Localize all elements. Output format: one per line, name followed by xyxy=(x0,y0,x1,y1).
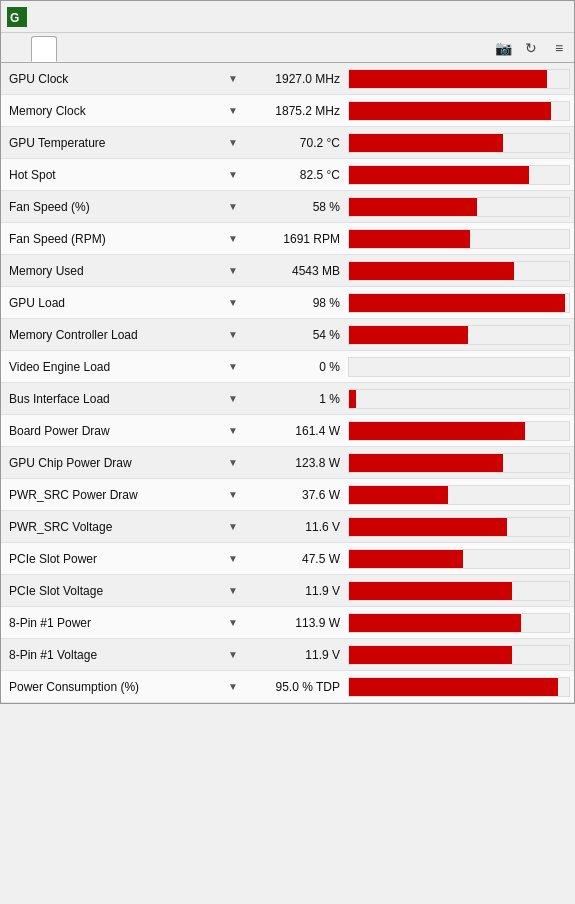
sensor-row: GPU Load ▼ 98 % xyxy=(1,287,574,319)
sensor-dropdown-15[interactable]: ▼ xyxy=(224,551,242,566)
sensor-bar-outer-3 xyxy=(348,165,570,185)
maximize-button[interactable] xyxy=(520,7,540,27)
tab-validation[interactable] xyxy=(83,36,109,62)
sensor-bar-container-9 xyxy=(346,351,574,382)
sensor-name-9: Video Engine Load ▼ xyxy=(1,359,246,374)
sensor-bar-container-14 xyxy=(346,511,574,542)
sensor-row: GPU Chip Power Draw ▼ 123.8 W xyxy=(1,447,574,479)
sensor-dropdown-7[interactable]: ▼ xyxy=(224,295,242,310)
sensor-bar-fill-6 xyxy=(349,262,514,280)
sensor-value-7: 98 % xyxy=(246,296,346,310)
sensor-row: Video Engine Load ▼ 0 % xyxy=(1,351,574,383)
sensor-row: Fan Speed (RPM) ▼ 1691 RPM xyxy=(1,223,574,255)
sensor-dropdown-3[interactable]: ▼ xyxy=(224,167,242,182)
sensor-bar-outer-8 xyxy=(348,325,570,345)
refresh-icon[interactable]: ↻ xyxy=(520,37,542,59)
close-button[interactable] xyxy=(548,7,568,27)
sensor-bar-outer-19 xyxy=(348,677,570,697)
minimize-button[interactable] xyxy=(492,7,512,27)
sensor-row: 8-Pin #1 Voltage ▼ 11.9 V xyxy=(1,639,574,671)
sensor-bar-outer-15 xyxy=(348,549,570,569)
sensor-row: PCIe Slot Voltage ▼ 11.9 V xyxy=(1,575,574,607)
sensor-dropdown-2[interactable]: ▼ xyxy=(224,135,242,150)
camera-icon[interactable]: 📷 xyxy=(492,37,514,59)
sensor-dropdown-19[interactable]: ▼ xyxy=(224,679,242,694)
tab-graphics-card[interactable] xyxy=(5,36,31,62)
sensor-bar-fill-19 xyxy=(349,678,558,696)
sensor-bar-outer-10 xyxy=(348,389,570,409)
sensor-row: Power Consumption (%) ▼ 95.0 % TDP xyxy=(1,671,574,703)
sensor-bar-fill-14 xyxy=(349,518,507,536)
sensor-dropdown-1[interactable]: ▼ xyxy=(224,103,242,118)
sensor-value-12: 123.8 W xyxy=(246,456,346,470)
sensor-bar-container-17 xyxy=(346,607,574,638)
sensor-value-11: 161.4 W xyxy=(246,424,346,438)
sensor-dropdown-6[interactable]: ▼ xyxy=(224,263,242,278)
sensor-bar-fill-1 xyxy=(349,102,551,120)
sensor-bar-outer-5 xyxy=(348,229,570,249)
sensor-row: Hot Spot ▼ 82.5 °C xyxy=(1,159,574,191)
sensor-dropdown-16[interactable]: ▼ xyxy=(224,583,242,598)
sensor-value-17: 113.9 W xyxy=(246,616,346,630)
sensor-value-13: 37.6 W xyxy=(246,488,346,502)
sensor-bar-container-15 xyxy=(346,543,574,574)
sensor-bar-container-5 xyxy=(346,223,574,254)
sensor-name-11: Board Power Draw ▼ xyxy=(1,423,246,438)
sensor-row: PCIe Slot Power ▼ 47.5 W xyxy=(1,543,574,575)
menu-icon[interactable]: ≡ xyxy=(548,37,570,59)
sensor-bar-fill-12 xyxy=(349,454,503,472)
sensor-name-5: Fan Speed (RPM) ▼ xyxy=(1,231,246,246)
sensor-bar-container-18 xyxy=(346,639,574,670)
sensor-value-4: 58 % xyxy=(246,200,346,214)
sensor-bar-fill-2 xyxy=(349,134,503,152)
sensor-bar-fill-4 xyxy=(349,198,477,216)
svg-text:G: G xyxy=(10,11,19,25)
sensor-dropdown-4[interactable]: ▼ xyxy=(224,199,242,214)
sensor-bar-fill-3 xyxy=(349,166,529,184)
sensor-value-5: 1691 RPM xyxy=(246,232,346,246)
sensor-dropdown-8[interactable]: ▼ xyxy=(224,327,242,342)
sensor-name-16: PCIe Slot Voltage ▼ xyxy=(1,583,246,598)
sensor-bar-container-11 xyxy=(346,415,574,446)
sensor-bar-container-4 xyxy=(346,191,574,222)
tab-sensors[interactable] xyxy=(31,36,57,62)
window-controls xyxy=(492,7,568,27)
sensor-bar-container-10 xyxy=(346,383,574,414)
sensor-value-19: 95.0 % TDP xyxy=(246,680,346,694)
sensor-value-10: 1 % xyxy=(246,392,346,406)
sensor-value-14: 11.6 V xyxy=(246,520,346,534)
sensor-dropdown-17[interactable]: ▼ xyxy=(224,615,242,630)
sensor-bar-outer-17 xyxy=(348,613,570,633)
sensor-name-12: GPU Chip Power Draw ▼ xyxy=(1,455,246,470)
sensor-bar-outer-12 xyxy=(348,453,570,473)
sensor-value-0: 1927.0 MHz xyxy=(246,72,346,86)
sensor-bar-container-16 xyxy=(346,575,574,606)
sensor-dropdown-11[interactable]: ▼ xyxy=(224,423,242,438)
sensor-row: Board Power Draw ▼ 161.4 W xyxy=(1,415,574,447)
sensor-name-4: Fan Speed (%) ▼ xyxy=(1,199,246,214)
sensor-dropdown-0[interactable]: ▼ xyxy=(224,71,242,86)
sensor-dropdown-13[interactable]: ▼ xyxy=(224,487,242,502)
titlebar: G xyxy=(1,1,574,33)
sensor-bar-outer-11 xyxy=(348,421,570,441)
sensor-name-0: GPU Clock ▼ xyxy=(1,71,246,86)
sensor-bar-fill-10 xyxy=(349,390,356,408)
sensor-row: PWR_SRC Voltage ▼ 11.6 V xyxy=(1,511,574,543)
sensor-dropdown-5[interactable]: ▼ xyxy=(224,231,242,246)
sensor-dropdown-12[interactable]: ▼ xyxy=(224,455,242,470)
sensor-dropdown-9[interactable]: ▼ xyxy=(224,359,242,374)
sensor-dropdown-10[interactable]: ▼ xyxy=(224,391,242,406)
sensor-dropdown-18[interactable]: ▼ xyxy=(224,647,242,662)
sensor-bar-container-7 xyxy=(346,287,574,318)
sensor-value-6: 4543 MB xyxy=(246,264,346,278)
tab-advanced[interactable] xyxy=(57,36,83,62)
sensor-value-3: 82.5 °C xyxy=(246,168,346,182)
sensor-bar-fill-16 xyxy=(349,582,512,600)
sensor-name-17: 8-Pin #1 Power ▼ xyxy=(1,615,246,630)
sensor-name-18: 8-Pin #1 Voltage ▼ xyxy=(1,647,246,662)
sensor-name-1: Memory Clock ▼ xyxy=(1,103,246,118)
sensor-bar-fill-5 xyxy=(349,230,470,248)
sensor-dropdown-14[interactable]: ▼ xyxy=(224,519,242,534)
sensor-row: Memory Clock ▼ 1875.2 MHz xyxy=(1,95,574,127)
sensor-bar-container-12 xyxy=(346,447,574,478)
